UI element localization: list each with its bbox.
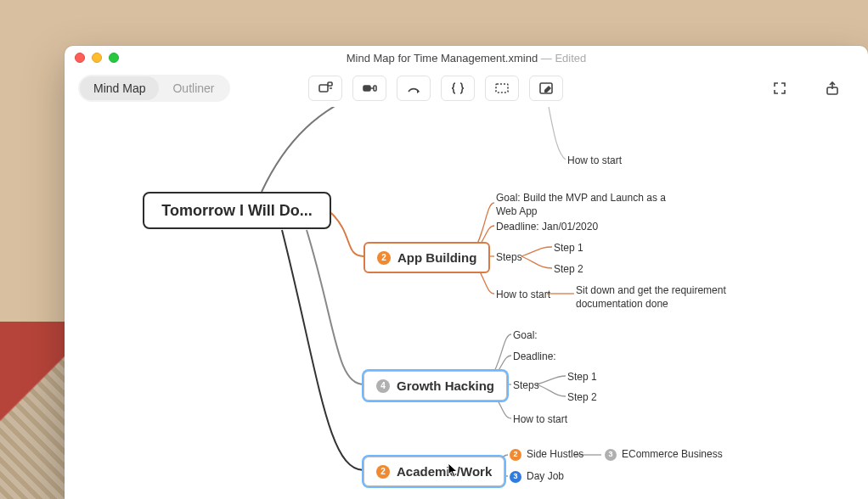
ecommerce-leaf[interactable]: 3 ECommerce Business	[605, 448, 723, 462]
root-label: Tomorrow I Will Do...	[161, 202, 313, 220]
zen-mode-button[interactable]	[763, 76, 797, 101]
relationship-button[interactable]	[397, 76, 431, 101]
boundary-button[interactable]	[485, 76, 519, 101]
insert-subtopic-button[interactable]	[352, 76, 386, 101]
app-building-node[interactable]: 2 App Building	[364, 242, 490, 273]
minimize-icon[interactable]	[92, 53, 102, 63]
window-traffic-lights	[75, 53, 119, 63]
window-title: Mind Map for Time Management.xmind — Edi…	[119, 52, 814, 64]
app-window: Mind Map for Time Management.xmind — Edi…	[65, 46, 868, 499]
day-job-leaf[interactable]: 3 Day Job	[510, 470, 564, 484]
note-button[interactable]	[529, 76, 563, 101]
app-step1-leaf[interactable]: Step 1	[554, 242, 583, 255]
insert-topic-button[interactable]	[308, 76, 342, 101]
view-mode-toggle: Mind Map Outliner	[78, 75, 230, 102]
window-titlebar: Mind Map for Time Management.xmind — Edi…	[65, 46, 868, 70]
app-howto-detail-leaf[interactable]: Sit down and get the requirement documen…	[576, 284, 771, 311]
share-button[interactable]	[815, 76, 849, 101]
svg-rect-3	[374, 86, 376, 91]
close-icon[interactable]	[75, 53, 85, 63]
edited-indicator: — Edited	[538, 52, 586, 64]
orphan-how-to-start-leaf[interactable]: How to start	[567, 154, 622, 168]
app-step2-leaf[interactable]: Step 2	[554, 263, 583, 277]
priority-badge: 2	[376, 465, 390, 479]
growth-step1-leaf[interactable]: Step 1	[567, 371, 597, 384]
desktop-wallpaper-strip	[0, 322, 68, 499]
growth-hacking-node[interactable]: 4 Growth Hacking	[364, 371, 507, 401]
priority-badge: 4	[376, 379, 390, 393]
mindmap-view-button[interactable]: Mind Map	[80, 76, 159, 100]
svg-rect-4	[496, 84, 508, 93]
growth-goal-leaf[interactable]: Goal:	[513, 329, 538, 343]
root-topic[interactable]: Tomorrow I Will Do...	[143, 192, 331, 229]
maximize-icon[interactable]	[109, 53, 119, 63]
toolbar-actions	[308, 76, 563, 101]
node-label: Growth Hacking	[397, 378, 494, 393]
side-hustles-leaf[interactable]: 2 Side Hustles	[510, 448, 583, 462]
note-pencil-icon	[538, 81, 554, 96]
priority-badge: 3	[605, 449, 617, 461]
node-label: Academic/Work	[397, 464, 492, 479]
toolbar-right	[763, 76, 849, 101]
growth-step2-leaf[interactable]: Step 2	[567, 391, 597, 405]
relationship-arc-icon	[406, 81, 421, 96]
node-label: App Building	[397, 250, 476, 265]
academic-work-node[interactable]: 2 Academic/Work	[364, 457, 504, 486]
topic-icon	[318, 81, 333, 96]
summary-button[interactable]	[441, 76, 475, 101]
mindmap-canvas[interactable]: Tomorrow I Will Do... How to start 2 App…	[65, 107, 868, 499]
boundary-dashed-icon	[494, 81, 510, 96]
share-icon	[825, 81, 840, 96]
fullscreen-icon	[772, 81, 787, 96]
toolbar: Mind Map Outliner	[65, 70, 868, 107]
svg-rect-0	[319, 85, 328, 92]
growth-deadline-leaf[interactable]: Deadline:	[513, 350, 556, 364]
priority-badge: 3	[510, 471, 521, 483]
app-goal-leaf[interactable]: Goal: Build the MVP and Launch as a Web …	[496, 192, 688, 218]
outliner-view-button[interactable]: Outliner	[159, 76, 228, 100]
app-deadline-leaf[interactable]: Deadline: Jan/01/2020	[496, 221, 598, 234]
subtopic-icon	[362, 81, 377, 96]
app-howto-leaf[interactable]: How to start	[496, 289, 550, 302]
growth-howto-leaf[interactable]: How to start	[513, 413, 567, 427]
brackets-icon	[450, 81, 465, 96]
svg-rect-1	[328, 82, 332, 86]
growth-steps-leaf[interactable]: Steps	[513, 379, 539, 393]
app-steps-leaf[interactable]: Steps	[496, 251, 522, 265]
priority-badge: 2	[510, 449, 521, 461]
priority-badge: 2	[377, 251, 391, 265]
file-name: Mind Map for Time Management.xmind	[347, 52, 538, 64]
svg-rect-2	[364, 86, 370, 91]
